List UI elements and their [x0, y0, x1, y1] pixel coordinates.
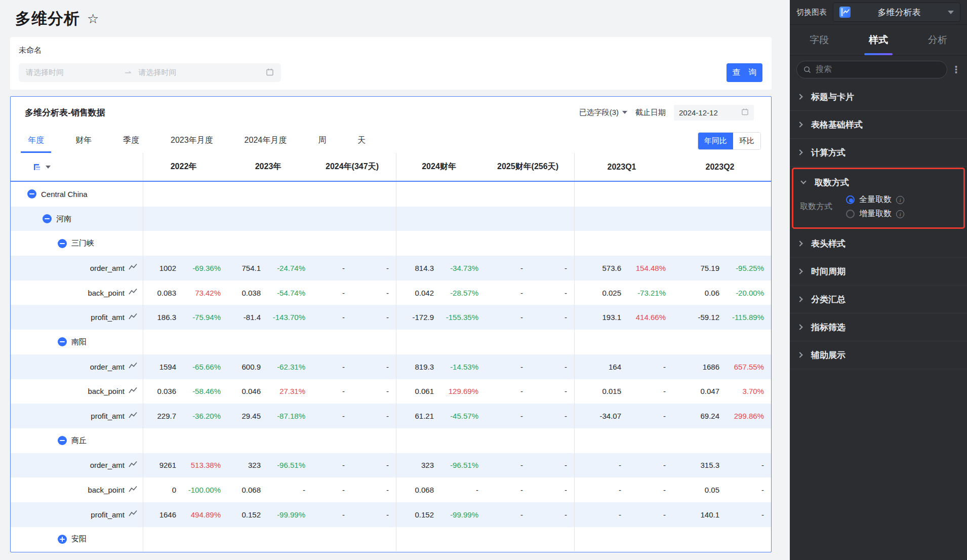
radio-option-1[interactable]: 全量取数i	[846, 194, 904, 205]
sparkline-icon[interactable]	[129, 313, 138, 322]
sidebar-sections: 标题与卡片表格基础样式计算方式取数方式取数方式全量取数i增量取数i表头样式时间周…	[790, 83, 967, 369]
collapse-icon[interactable]	[58, 337, 67, 346]
column-header: 2023Q1	[575, 153, 673, 181]
deadline-date-field[interactable]: 2024-12-12	[674, 105, 754, 121]
sparkline-icon[interactable]	[129, 362, 138, 371]
toggle-mom[interactable]: 环比	[733, 133, 760, 149]
chart-type-select[interactable]: 多维分析表	[833, 3, 960, 22]
row-label-cell: 安阳	[11, 527, 143, 552]
table-row-group: Central China	[11, 182, 771, 207]
cell-percent: -24.74%	[276, 256, 312, 281]
cell-value: 0.152	[228, 510, 276, 519]
metric-name: profit_amt	[91, 313, 125, 322]
section-header-3[interactable]: 计算方式	[790, 139, 967, 167]
section-header-4[interactable]: 取数方式	[793, 169, 963, 192]
sparkline-icon[interactable]	[129, 263, 138, 272]
date-end-placeholder[interactable]: 请选择时间	[138, 68, 176, 77]
expand-icon[interactable]	[58, 535, 67, 544]
table-row-group: 安阳	[11, 527, 771, 552]
search-input[interactable]: 搜索	[796, 61, 947, 78]
metric-name: order_amt	[90, 461, 125, 469]
tab-6-period[interactable]: 周	[318, 128, 326, 153]
radio-icon[interactable]	[846, 210, 855, 218]
tab-5-period[interactable]: 2024年月度	[245, 128, 287, 153]
calendar-icon	[741, 108, 749, 117]
query-button[interactable]: 查 询	[727, 63, 762, 82]
cell-percent: -99.99%	[276, 502, 312, 527]
cell-percent	[360, 527, 396, 552]
sidebar-tab-2[interactable]: 样式	[849, 25, 908, 55]
cell-percent: -28.57%	[449, 281, 486, 305]
cell-percent: 154.48%	[636, 256, 673, 281]
cell-percent	[276, 428, 312, 453]
chevron-right-icon	[797, 324, 802, 330]
sparkline-icon[interactable]	[129, 412, 138, 421]
more-options-icon[interactable]: ⋮	[951, 64, 960, 75]
sparkline-icon[interactable]	[129, 461, 138, 470]
collapse-icon[interactable]	[43, 214, 52, 223]
cell-value: -	[312, 363, 360, 371]
tab-1-period[interactable]: 年度	[28, 128, 44, 153]
hierarchy-tree-icon[interactable]	[33, 163, 42, 171]
cell-value: 186.3	[143, 313, 191, 322]
collapse-icon[interactable]	[58, 436, 67, 445]
tab-2-period[interactable]: 财年	[75, 128, 92, 153]
cell-value: -81.4	[228, 313, 276, 322]
sidebar-tab-3[interactable]: 分析	[908, 25, 967, 55]
cell-value: 573.6	[575, 264, 636, 272]
section-header-1[interactable]: 标题与卡片	[790, 83, 967, 111]
cell-percent: -95.25%	[735, 256, 771, 281]
settings-sidebar: 切换图表 多维分析表 字段样式分析 搜索 ⋮ 标题与卡片表格基础样式计算方式取数…	[790, 0, 967, 560]
section-header-9[interactable]: 辅助展示	[790, 341, 967, 369]
cell-value: -	[486, 461, 538, 469]
cell-percent: -62.31%	[276, 354, 312, 379]
cell-percent	[360, 207, 396, 231]
section-label: 标题与卡片	[811, 91, 854, 103]
radio-option-2[interactable]: 增量取数i	[846, 209, 904, 219]
cell-percent	[449, 231, 486, 256]
cell-value: -	[312, 313, 360, 322]
info-icon[interactable]: i	[896, 196, 904, 204]
cell-percent: -	[538, 305, 575, 330]
section-header-8[interactable]: 指标筛选	[790, 313, 967, 341]
sidebar-tab-1[interactable]: 字段	[790, 25, 849, 55]
row-label-cell: 三门峡	[11, 231, 143, 256]
chart-type-value: 多维分析表	[851, 7, 948, 18]
favorite-star-icon[interactable]: ☆	[87, 11, 99, 27]
cell-percent: -	[538, 354, 575, 379]
cell-percent: -99.99%	[449, 502, 486, 527]
section-label: 表头样式	[811, 238, 845, 250]
section-header-7[interactable]: 分类汇总	[790, 286, 967, 313]
sparkline-icon[interactable]	[129, 486, 138, 495]
cell-percent	[636, 527, 673, 552]
section-label: 计算方式	[811, 147, 845, 158]
info-icon[interactable]: i	[896, 210, 904, 218]
sparkline-icon[interactable]	[129, 387, 138, 396]
tab-7-period[interactable]: 天	[357, 128, 366, 153]
collapse-icon[interactable]	[27, 189, 36, 198]
chevron-down-icon[interactable]	[46, 166, 51, 169]
sparkline-icon[interactable]	[129, 288, 138, 297]
sparkline-icon[interactable]	[129, 510, 138, 519]
section-header-5[interactable]: 表头样式	[790, 230, 967, 258]
toggle-yoy[interactable]: 年同比	[698, 133, 733, 149]
cell-percent	[449, 182, 486, 207]
date-range-input[interactable]: 请选择时间 ⇀ 请选择时间	[19, 63, 281, 82]
cell-percent	[276, 527, 312, 552]
tab-4-period[interactable]: 2023年月度	[171, 128, 213, 153]
selected-fields-dropdown[interactable]: 已选字段(3)	[579, 108, 627, 117]
section-header-2[interactable]: 表格基础样式	[790, 111, 967, 139]
cell-percent: -	[636, 354, 673, 379]
date-start-placeholder[interactable]: 请选择时间	[26, 68, 64, 77]
cell-percent	[735, 231, 771, 256]
cell-value: -	[486, 313, 538, 322]
collapse-icon[interactable]	[58, 239, 67, 248]
cell-percent	[538, 428, 575, 453]
cell-percent: -	[538, 502, 575, 527]
radio-selected-icon[interactable]	[846, 195, 855, 204]
tab-3-period[interactable]: 季度	[123, 128, 139, 153]
cell-percent: -143.70%	[276, 305, 312, 330]
cell-percent: -	[360, 281, 396, 305]
section-header-6[interactable]: 时间周期	[790, 258, 967, 286]
metric-name: back_point	[88, 486, 125, 494]
